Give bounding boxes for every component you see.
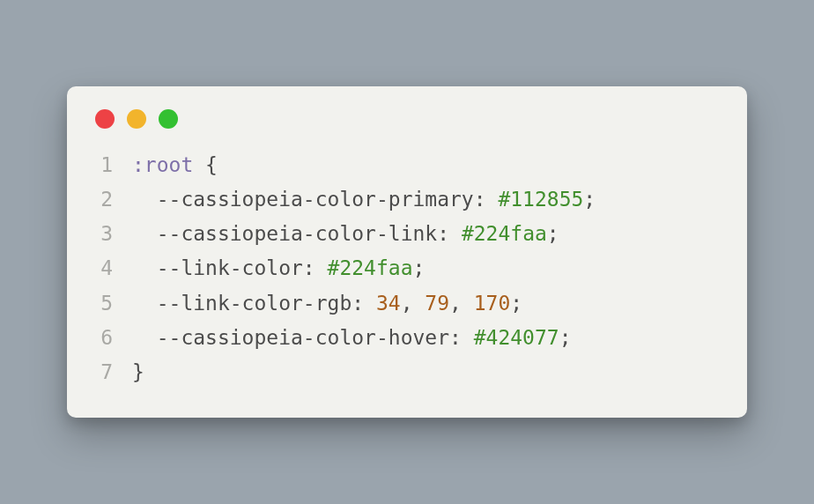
line-content: --link-color: #224faa;	[132, 251, 425, 285]
token-prop: --link-color	[157, 256, 303, 279]
line-content: --cassiopeia-color-link: #224faa;	[132, 217, 559, 251]
token-punc: :	[352, 292, 376, 315]
line-number: 3	[93, 217, 132, 251]
token-num: 170	[474, 292, 511, 315]
code-line[interactable]: 1:root {	[93, 148, 721, 182]
token-punc: :	[474, 188, 499, 211]
line-number: 6	[93, 321, 132, 355]
line-content: --cassiopeia-color-primary: #112855;	[132, 182, 596, 217]
token-sel: :root	[132, 153, 205, 176]
code-line[interactable]: 2--cassiopeia-color-primary: #112855;	[93, 182, 721, 217]
traffic-lights	[95, 109, 721, 129]
token-prop: --cassiopeia-color-hover	[157, 326, 449, 349]
line-number: 2	[93, 182, 132, 217]
token-punc: }	[132, 360, 144, 383]
line-content: --cassiopeia-color-hover: #424077;	[132, 321, 572, 355]
code-line[interactable]: 4--link-color: #224faa;	[93, 251, 721, 285]
code-window: 1:root {2--cassiopeia-color-primary: #11…	[67, 86, 747, 418]
token-punc: :	[303, 256, 328, 279]
token-prop: --cassiopeia-color-primary	[157, 188, 474, 211]
token-val: #112855	[498, 188, 583, 211]
token-punc: {	[205, 153, 218, 176]
token-punc: ,	[401, 292, 426, 315]
zoom-icon[interactable]	[159, 109, 178, 129]
token-punc: ;	[547, 222, 559, 245]
token-punc: ,	[449, 292, 474, 315]
code-line[interactable]: 3--cassiopeia-color-link: #224faa;	[93, 217, 721, 251]
close-icon[interactable]	[95, 109, 115, 129]
line-number: 7	[93, 355, 132, 389]
line-content: }	[132, 355, 144, 389]
token-punc: ;	[559, 326, 572, 349]
token-val: #224faa	[328, 256, 413, 279]
line-content: :root {	[132, 148, 218, 182]
token-punc: :	[449, 326, 474, 349]
token-punc: ;	[510, 292, 522, 315]
line-number: 4	[93, 251, 132, 285]
code-line[interactable]: 6--cassiopeia-color-hover: #424077;	[93, 321, 721, 355]
code-editor[interactable]: 1:root {2--cassiopeia-color-primary: #11…	[93, 148, 721, 389]
minimize-icon[interactable]	[127, 109, 146, 129]
line-content: --link-color-rgb: 34, 79, 170;	[132, 286, 522, 321]
token-prop: --cassiopeia-color-link	[157, 222, 438, 245]
token-num: 34	[376, 292, 401, 315]
token-punc: ;	[413, 256, 426, 279]
code-line[interactable]: 5--link-color-rgb: 34, 79, 170;	[93, 286, 721, 321]
token-punc: :	[437, 222, 462, 245]
line-number: 5	[93, 286, 132, 321]
token-num: 79	[425, 292, 449, 315]
token-prop: --link-color-rgb	[157, 292, 352, 315]
token-val: #424077	[474, 326, 559, 349]
token-val: #224faa	[462, 222, 547, 245]
line-number: 1	[93, 148, 132, 182]
token-punc: ;	[583, 188, 596, 211]
code-line[interactable]: 7}	[93, 355, 721, 389]
